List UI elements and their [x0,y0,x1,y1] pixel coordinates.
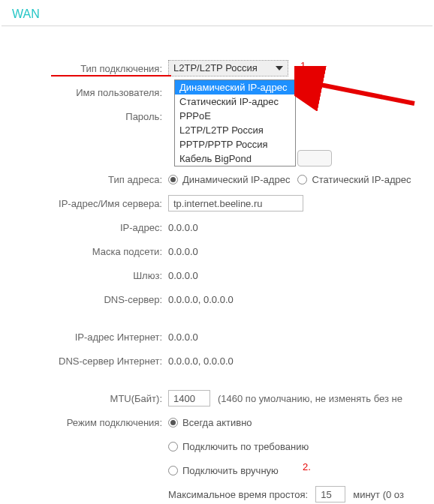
inet-dns-value: 0.0.0.0, 0.0.0.0 [168,356,234,367]
addr-type-label: Тип адреса: [0,174,168,185]
ip-server-label: IP-адрес/Имя сервера: [0,198,168,209]
mtu-label: MTU(Байт): [0,393,168,404]
gw-label: Шлюз: [0,270,168,281]
obscured-button[interactable] [297,150,332,166]
username-label: Имя пользователя: [0,87,168,98]
opt-dynamic[interactable]: Динамический IP-адрес [175,80,295,94]
addr-dyn-text: Динамический IP-адрес [182,174,290,185]
addr-dyn-radio[interactable] [168,175,178,184]
opt-bigpond[interactable]: Кабель BigPond [175,152,295,166]
inet-dns-label: DNS-сервер Интернет: [0,356,168,367]
conn-type-dropdown[interactable]: Динамический IP-адрес Статический IP-адр… [174,80,296,166]
mode-label: Режим подключения: [0,417,168,428]
opt-l2tp[interactable]: L2TP/L2TP Россия [175,123,295,137]
dns-label: DNS-сервер: [0,294,168,305]
idle-label: Максимальное время простоя: [168,489,308,500]
annotation-2: 2. [303,461,311,472]
mask-value: 0.0.0.0 [168,246,198,257]
mode-demand-text: Подключить по требованию [182,441,309,452]
mtu-hint: (1460 по умолчанию, не изменять без не [218,393,402,404]
mask-label: Маска подсети: [0,246,168,257]
ip-label: IP-адрес: [0,222,168,233]
opt-pppoe[interactable]: PPPoE [175,109,295,123]
inet-ip-label: IP-адрес Интернет: [0,332,168,343]
opt-static[interactable]: Статический IP-адрес [175,94,295,109]
server-input[interactable] [168,195,303,212]
idle-input[interactable] [315,486,345,502]
mode-always-text: Всегда активно [182,417,252,428]
gw-value: 0.0.0.0 [168,270,198,281]
page-title: WAN [0,0,434,26]
conn-type-label: Тип подключения: [0,63,168,74]
password-label: Пароль: [0,111,168,122]
annotation-underline [51,75,171,76]
mtu-input[interactable] [168,390,210,406]
mode-demand-radio[interactable] [168,442,178,452]
conn-type-select[interactable]: L2TP/L2TP Россия [168,60,288,76]
addr-stat-radio[interactable] [297,175,307,184]
mode-always-radio[interactable] [168,418,178,428]
inet-ip-value: 0.0.0.0 [168,332,198,343]
mode-manual-radio[interactable] [168,466,178,476]
ip-value: 0.0.0.0 [168,222,198,233]
opt-pptp[interactable]: PPTP/PPTP Россия [175,137,295,152]
addr-stat-text: Статический IP-адрес [312,174,411,185]
dns-value: 0.0.0.0, 0.0.0.0 [168,294,234,305]
mode-manual-text: Подключить вручную [182,465,279,476]
annotation-1: 1. [300,60,309,71]
divider [2,26,432,26]
idle-unit: минут (0 оз [353,489,404,500]
